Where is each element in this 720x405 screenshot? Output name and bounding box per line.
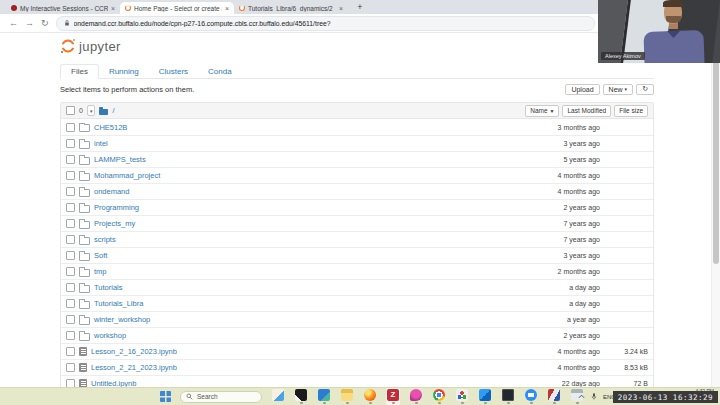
vmd-icon[interactable] — [548, 389, 560, 401]
table-row[interactable]: LAMMPS_tests 5 years ago — [61, 151, 653, 167]
row-checkbox[interactable] — [66, 155, 75, 164]
forward-icon[interactable]: → — [25, 19, 34, 28]
row-checkbox[interactable] — [66, 187, 75, 196]
row-checkbox[interactable] — [66, 235, 75, 244]
row-checkbox[interactable] — [66, 363, 75, 372]
table-row[interactable]: Tutorials_Libra a day ago — [61, 295, 653, 311]
taskbar-app[interactable] — [455, 388, 469, 405]
tab-files[interactable]: Files — [60, 64, 99, 79]
refresh-icon[interactable]: ↻ — [41, 19, 49, 28]
vscode-icon[interactable] — [479, 389, 491, 401]
address-bar[interactable]: ondemand.ccr.buffalo.edu/node/cpn-p27-16… — [56, 16, 595, 31]
item-link[interactable]: ondemand — [94, 187, 129, 196]
refresh-list-button[interactable]: ↻ — [636, 84, 654, 95]
close-icon[interactable]: × — [111, 5, 115, 12]
item-link[interactable]: Programming — [94, 203, 139, 212]
select-all-checkbox[interactable] — [66, 106, 75, 115]
item-link[interactable]: Lesson_2_21_2023.ipynb — [91, 363, 177, 372]
item-link[interactable]: Mohammad_project — [94, 171, 160, 180]
taskbar-app[interactable] — [501, 388, 515, 405]
back-icon[interactable]: ← — [9, 19, 18, 28]
close-icon[interactable]: × — [339, 5, 343, 12]
tab-running[interactable]: Running — [99, 65, 149, 78]
widgets-icon[interactable] — [272, 389, 284, 401]
tab-clusters[interactable]: Clusters — [149, 65, 198, 78]
row-checkbox[interactable] — [66, 315, 75, 324]
row-checkbox[interactable] — [66, 267, 75, 276]
table-row[interactable]: winter_workshop a year ago — [61, 311, 653, 327]
item-link[interactable]: LAMMPS_tests — [94, 155, 146, 164]
item-link[interactable]: winter_workshop — [94, 315, 150, 324]
table-row[interactable]: CHE512B 3 months ago — [61, 119, 653, 135]
row-checkbox[interactable] — [66, 139, 75, 148]
table-row[interactable]: intel 3 years ago — [61, 135, 653, 151]
terminal-icon[interactable] — [502, 389, 514, 401]
taskbar-app[interactable] — [478, 388, 492, 405]
taskbar-app[interactable] — [409, 388, 423, 405]
red-z-app-icon[interactable]: Z — [387, 389, 399, 401]
taskbar-app[interactable] — [317, 388, 331, 405]
table-row[interactable]: ondemand 4 months ago — [61, 183, 653, 199]
photos-icon[interactable] — [318, 389, 330, 401]
table-row[interactable]: Mohammad_project 4 months ago — [61, 167, 653, 183]
taskbar-search[interactable]: Search — [180, 391, 262, 403]
row-checkbox[interactable] — [66, 251, 75, 260]
file-explorer-icon[interactable] — [341, 389, 353, 401]
item-link[interactable]: CHE512B — [94, 123, 127, 132]
row-checkbox[interactable] — [66, 331, 75, 340]
table-row[interactable]: Lesson_2_16_2023.ipynb 4 months ago 3.24… — [61, 343, 653, 359]
close-icon[interactable]: × — [225, 5, 229, 12]
item-link[interactable]: Soft — [94, 251, 107, 260]
taskbar-app[interactable] — [547, 388, 561, 405]
item-link[interactable]: Tutorials — [94, 283, 122, 292]
table-row[interactable]: tmp 2 months ago — [61, 263, 653, 279]
item-link[interactable]: Tutorials_Libra — [94, 299, 143, 308]
select-dropdown-button[interactable]: ▾ — [87, 105, 96, 116]
item-link[interactable]: Projects_my — [94, 219, 135, 228]
microphone-icon[interactable] — [591, 392, 597, 401]
item-link[interactable]: scripts — [94, 235, 116, 244]
taskbar-app[interactable] — [432, 388, 446, 405]
taskbar-app[interactable] — [294, 388, 308, 405]
row-checkbox[interactable] — [66, 123, 75, 132]
upload-button[interactable]: Upload — [565, 84, 599, 95]
taskbar-app[interactable] — [340, 388, 354, 405]
breadcrumb-root-link[interactable]: / — [112, 106, 114, 115]
browser-tab-interactive-sessions[interactable]: My Interactive Sessions - CCR O × — [6, 2, 120, 14]
table-row[interactable]: Programming 2 years ago — [61, 199, 653, 215]
table-row[interactable]: Tutorials a day ago — [61, 279, 653, 295]
table-row[interactable]: Lesson_2_21_2023.ipynb 4 months ago 8.53… — [61, 359, 653, 375]
taskbar-app[interactable] — [524, 388, 538, 405]
scrollbar-thumb[interactable] — [713, 61, 719, 264]
sort-modified-button[interactable]: Last Modified — [562, 105, 611, 117]
chrome-icon[interactable] — [433, 389, 445, 401]
row-checkbox[interactable] — [66, 171, 75, 180]
tray-chevron-up-icon[interactable] — [578, 394, 585, 399]
start-button[interactable] — [160, 391, 171, 402]
item-link[interactable]: workshop — [94, 331, 126, 340]
firefox-icon[interactable] — [364, 389, 376, 401]
sort-size-button[interactable]: File size — [614, 105, 648, 117]
table-row[interactable]: Soft 3 years ago — [61, 247, 653, 263]
row-checkbox[interactable] — [66, 219, 75, 228]
browser-tab-tutorials-notebook[interactable]: Tutorials_Libra/6_dynamics/2_n × — [234, 2, 348, 14]
taskbar-app[interactable]: Z — [386, 388, 400, 405]
table-row[interactable]: workshop 2 years ago — [61, 327, 653, 343]
table-row[interactable]: Projects_my 7 years ago — [61, 215, 653, 231]
new-dropdown-button[interactable]: New ▾ — [603, 84, 634, 95]
zoom-icon[interactable] — [525, 389, 537, 401]
taskbar-app[interactable] — [363, 388, 377, 405]
row-checkbox[interactable] — [66, 203, 75, 212]
row-checkbox[interactable] — [66, 283, 75, 292]
item-link[interactable]: Lesson_2_16_2023.ipynb — [91, 347, 177, 356]
taskbar-app[interactable] — [271, 388, 285, 405]
row-checkbox[interactable] — [66, 299, 75, 308]
molecule-app-icon[interactable] — [456, 389, 468, 401]
tab-conda[interactable]: Conda — [198, 65, 242, 78]
scrollbar[interactable] — [711, 33, 720, 388]
pin-tool-icon[interactable] — [410, 389, 422, 401]
row-checkbox[interactable] — [66, 347, 75, 356]
item-link[interactable]: intel — [94, 139, 108, 148]
sort-name-button[interactable]: Name ▼ — [525, 105, 559, 117]
new-tab-button[interactable]: + — [354, 2, 366, 12]
